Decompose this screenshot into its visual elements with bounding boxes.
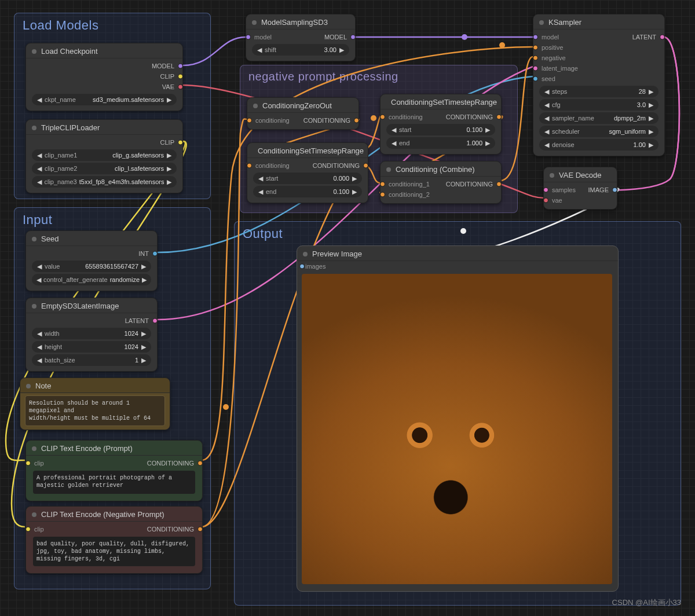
collapse-icon[interactable]: [26, 384, 31, 388]
widget-seed-value[interactable]: ◀value655893615567427▶: [32, 261, 151, 272]
node-tsr-upper[interactable]: ConditioningSetTimestepRange conditionin…: [380, 94, 502, 155]
widget-ckpt[interactable]: ◀ckpt_namesd3_medium.safetensors▶: [32, 94, 177, 105]
preview-output-image: [302, 274, 612, 584]
widget-clip2[interactable]: ◀clip_name2clip_l.safetensors▶: [32, 163, 177, 174]
widget-end[interactable]: ◀end0.100▶: [253, 186, 362, 197]
collapse-icon[interactable]: [303, 252, 308, 256]
collapse-icon[interactable]: [32, 237, 36, 241]
node-note[interactable]: Note Resolution should be around 1 megap…: [20, 377, 170, 430]
collapse-icon[interactable]: [32, 49, 36, 54]
widget-clip1[interactable]: ◀clip_name1clip_g.safetensors▶: [32, 149, 177, 161]
group-title: Load Models: [14, 13, 210, 35]
port-in-clip[interactable]: [25, 527, 31, 532]
port-in-vae[interactable]: [543, 198, 548, 203]
widget-scheduler[interactable]: ◀schedulersgm_uniform▶: [539, 126, 659, 137]
collapse-icon[interactable]: [539, 20, 544, 25]
port-out-cond[interactable]: [496, 115, 502, 120]
node-model-sampling[interactable]: ModelSamplingSD3 model MODEL ◀ shift 3.0…: [246, 14, 356, 61]
port-out-latent[interactable]: [660, 35, 665, 40]
widget-cfg[interactable]: ◀cfg3.0▶: [539, 99, 659, 111]
collapse-icon[interactable]: [253, 104, 258, 108]
node-clip-negative[interactable]: CLIP Text Encode (Negative Prompt) clip …: [25, 506, 203, 574]
widget-start[interactable]: ◀start0.100▶: [386, 124, 495, 135]
chevron-left-icon[interactable]: ◀: [257, 46, 262, 54]
port-out-image[interactable]: [612, 188, 617, 193]
port-in-model[interactable]: [533, 35, 538, 40]
port-in-positive[interactable]: [533, 45, 538, 50]
port-in-negative[interactable]: [533, 56, 538, 61]
widget-width[interactable]: ◀width1024▶: [32, 328, 151, 339]
node-title: KSampler: [548, 18, 581, 27]
node-empty-latent[interactable]: EmptySD3LatentImage LATENT ◀width1024▶ ◀…: [25, 298, 158, 372]
node-tsr-lower[interactable]: ConditioningSetTimestepRange conditionin…: [247, 142, 368, 203]
neg-prompt-text[interactable]: bad quality, poor quality, dull, disfigu…: [33, 537, 195, 566]
node-title: ModelSamplingSD3: [261, 18, 328, 27]
widget-height[interactable]: ◀height1024▶: [32, 341, 151, 353]
collapse-icon[interactable]: [32, 446, 36, 451]
port-out-cond[interactable]: [496, 182, 502, 187]
node-vae-decode[interactable]: VAE Decode samples IMAGE vae: [543, 167, 617, 210]
prompt-text[interactable]: A professional portrait photograph of a …: [33, 471, 195, 494]
port-in-seed[interactable]: [533, 76, 538, 82]
collapse-icon[interactable]: [32, 512, 36, 517]
port-in-cond[interactable]: [247, 118, 252, 123]
node-clip-prompt[interactable]: CLIP Text Encode (Prompt) clip CONDITION…: [25, 440, 203, 501]
port-out-cond[interactable]: [363, 163, 368, 168]
node-seed[interactable]: Seed INT ◀value655893615567427▶ ◀control…: [25, 230, 158, 291]
node-ksampler[interactable]: KSampler model LATENT positive negative …: [533, 14, 665, 156]
port-out-clip[interactable]: [178, 74, 183, 79]
svg-point-1: [499, 42, 505, 48]
widget-control[interactable]: ◀control_after_generaterandomize▶: [32, 274, 151, 285]
node-combine[interactable]: Conditioning (Combine) conditioning_1 CO…: [380, 161, 502, 204]
collapse-icon[interactable]: [550, 173, 554, 178]
port-in-clip[interactable]: [25, 461, 31, 466]
widget-sampler[interactable]: ◀sampler_namedpmpp_2m▶: [539, 112, 659, 124]
chevron-right-icon[interactable]: ▶: [339, 46, 345, 54]
port-out-cond[interactable]: [354, 118, 359, 123]
svg-point-2: [223, 404, 229, 410]
port-out-vae[interactable]: [178, 85, 183, 90]
port-in-c2[interactable]: [380, 192, 385, 197]
port-out-model[interactable]: [350, 35, 356, 40]
collapse-icon[interactable]: [32, 126, 36, 130]
widget-steps[interactable]: ◀steps28▶: [539, 86, 659, 97]
watermark: CSDN @AI绘画小33: [612, 597, 681, 608]
port-in-samples[interactable]: [543, 188, 548, 193]
port-out-model[interactable]: [178, 64, 183, 69]
port-out-latent[interactable]: [152, 318, 158, 324]
node-triple-clip[interactable]: TripleCLIPLoader CLIP ◀clip_name1clip_g.…: [25, 119, 183, 193]
port-out-cond[interactable]: [197, 527, 203, 532]
svg-point-0: [462, 34, 467, 40]
collapse-icon[interactable]: [32, 304, 36, 309]
port-in-images[interactable]: [299, 264, 305, 269]
widget-batch[interactable]: ◀batch_size1▶: [32, 354, 151, 366]
node-zero-out[interactable]: ConditioningZeroOut conditioning CONDITI…: [247, 97, 359, 130]
widget-end[interactable]: ◀end1.000▶: [386, 137, 495, 149]
group-title: Output: [235, 222, 681, 244]
port-out-int[interactable]: [152, 251, 158, 256]
port-out-cond[interactable]: [197, 461, 203, 466]
port-in-c1[interactable]: [380, 182, 385, 187]
collapse-icon[interactable]: [386, 167, 391, 172]
collapse-icon[interactable]: [252, 20, 257, 25]
port-in-model[interactable]: [246, 35, 251, 40]
port-in-cond[interactable]: [247, 163, 252, 168]
widget-shift[interactable]: ◀ shift 3.00 ▶: [252, 44, 349, 56]
widget-start[interactable]: ◀start0.000▶: [253, 173, 362, 184]
node-load-checkpoint[interactable]: Load Checkpoint MODEL CLIP VAE ◀ckpt_nam…: [25, 43, 183, 111]
port-out-clip[interactable]: [178, 140, 183, 145]
note-text[interactable]: Resolution should be around 1 megapixel …: [25, 395, 165, 426]
port-in-cond[interactable]: [380, 115, 385, 120]
widget-clip3[interactable]: ◀clip_name3t5xxl_fp8_e4m3fn.safetensors▶: [32, 176, 177, 188]
group-title: Input: [14, 208, 210, 230]
widget-denoise[interactable]: ◀denoise1.00▶: [539, 139, 659, 151]
group-title: negative prompt processing: [240, 65, 517, 86]
node-preview-image[interactable]: Preview Image images: [297, 245, 619, 592]
port-in-latent[interactable]: [533, 66, 538, 71]
